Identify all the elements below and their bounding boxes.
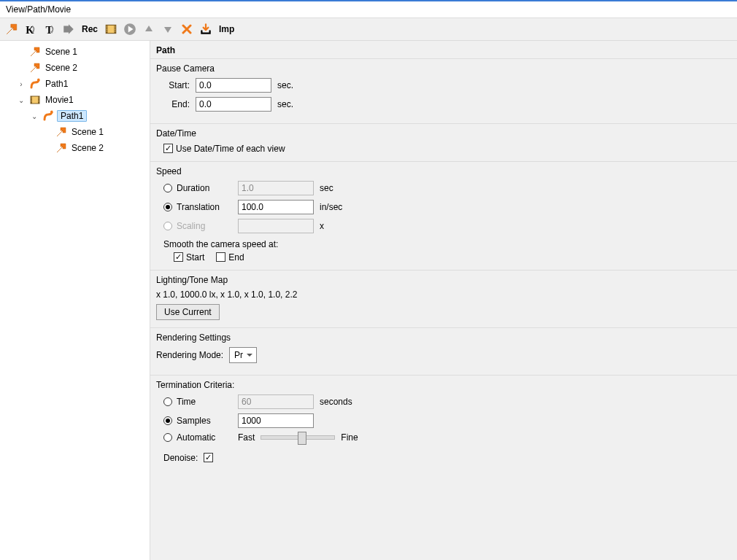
tree-item[interactable]: Scene 1 <box>0 44 150 60</box>
termination-group: Termination Criteria: Time seconds Sampl… <box>150 376 737 475</box>
speed-translation-label: Translation <box>177 202 232 212</box>
arrow-icon <box>55 126 67 138</box>
import-label: Imp <box>219 24 234 34</box>
tree-item[interactable]: Scene 2 <box>0 60 150 76</box>
expander-icon[interactable]: ⌄ <box>16 96 26 104</box>
rendering-settings-title: Rendering Settings <box>156 332 731 343</box>
tree-item-label: Scene 1 <box>70 127 104 137</box>
termination-time-radio[interactable]: Time <box>163 397 232 407</box>
rendering-mode-label: Rendering Mode: <box>156 350 223 360</box>
panel-title: Path <box>150 41 737 59</box>
movie-icon <box>29 94 41 106</box>
pause-start-unit: sec. <box>277 80 293 90</box>
pause-camera-title: Pause Camera <box>156 63 731 74</box>
rendering-mode-value: Pr <box>234 350 243 360</box>
move-up-button[interactable] <box>142 22 156 36</box>
smooth-end-label: End <box>228 252 244 262</box>
speed-translation-radio[interactable]: Translation <box>163 202 232 212</box>
move-down-button[interactable] <box>161 22 175 36</box>
termination-automatic-radio[interactable]: Automatic <box>163 432 232 443</box>
keyframe-button[interactable] <box>23 22 38 36</box>
arrow-icon <box>55 142 67 154</box>
tree-item-label: Scene 2 <box>44 63 77 73</box>
pause-start-input[interactable] <box>196 78 271 93</box>
check-icon: ✓ <box>163 144 173 153</box>
pause-end-input[interactable] <box>196 97 271 112</box>
check-icon: ✓ <box>174 252 183 262</box>
slider-thumb-icon[interactable] <box>298 432 306 445</box>
check-icon <box>216 252 225 262</box>
speed-scaling-label: Scaling <box>177 221 232 231</box>
tree-item-label: Movie1 <box>44 95 74 105</box>
smooth-start-checkbox[interactable]: ✓ Start <box>174 252 204 262</box>
tree-item[interactable]: Scene 2 <box>0 140 150 156</box>
termination-samples-radio[interactable]: Samples <box>163 416 232 426</box>
quality-slider[interactable] <box>261 435 335 440</box>
slider-fine-label: Fine <box>341 432 358 443</box>
radio-icon <box>163 222 172 230</box>
expander-icon[interactable]: › <box>16 80 26 88</box>
add-scene-button[interactable] <box>4 22 19 36</box>
arrow-icon <box>29 62 41 74</box>
tree-item[interactable]: ⌄Movie1 <box>0 92 150 108</box>
denoise-label: Denoise: <box>163 453 198 463</box>
pause-end-unit: sec. <box>277 99 293 109</box>
pause-camera-group: Pause Camera Start: sec. End: sec. <box>150 59 737 124</box>
tree-item[interactable]: ⌄Path1 <box>0 108 150 124</box>
window-title: View/Path/Movie <box>0 1 737 18</box>
delete-button[interactable] <box>180 22 194 36</box>
smooth-title: Smooth the camera speed at: <box>163 239 731 249</box>
speed-scaling-unit: x <box>320 221 324 231</box>
termination-time-input <box>238 394 314 409</box>
rendering-mode-select[interactable]: Pr <box>229 347 257 363</box>
forward-button[interactable] <box>61 22 76 36</box>
toolbar: Rec Imp <box>0 18 737 41</box>
play-button[interactable] <box>123 22 137 36</box>
speed-translation-unit: in/sec <box>320 202 342 212</box>
slider-fast-label: Fast <box>238 432 255 443</box>
datetime-group: Date/Time ✓ Use Date/Time of each view <box>150 124 737 162</box>
expander-icon[interactable]: ⌄ <box>29 112 39 120</box>
use-datetime-each-view-checkbox[interactable]: ✓ Use Date/Time of each view <box>163 144 285 154</box>
radio-icon <box>163 203 172 211</box>
lighting-group: Lighting/Tone Map x 1.0, 1000.0 lx, x 1.… <box>150 271 737 328</box>
radio-icon <box>163 397 172 406</box>
pause-start-label: Start: <box>163 80 190 90</box>
termination-title: Termination Criteria: <box>156 380 731 390</box>
speed-duration-radio[interactable]: Duration <box>163 183 232 193</box>
speed-duration-unit: sec <box>320 183 333 193</box>
tree-item[interactable]: ›Path1 <box>0 76 150 92</box>
termination-time-unit: seconds <box>320 397 352 407</box>
tree-item[interactable]: Scene 1 <box>0 124 150 140</box>
movie-button[interactable] <box>104 22 118 36</box>
import-button[interactable] <box>198 22 213 36</box>
scene-tree[interactable]: Scene 1Scene 2›Path1⌄Movie1⌄Path1Scene 1… <box>0 41 150 560</box>
check-icon: ✓ <box>204 453 213 462</box>
lighting-summary: x 1.0, 1000.0 lx, x 1.0, x 1.0, 1.0, 2.2 <box>156 289 731 300</box>
speed-duration-label: Duration <box>177 183 232 193</box>
path-icon <box>29 78 41 90</box>
speed-duration-input <box>238 181 314 195</box>
speed-scaling-input <box>238 219 314 233</box>
radio-icon <box>163 416 172 425</box>
denoise-checkbox[interactable]: ✓ <box>204 453 213 462</box>
record-button[interactable]: Rec <box>80 22 99 36</box>
termination-samples-input[interactable] <box>238 413 314 428</box>
properties-panel: Path Pause Camera Start: sec. End: sec. … <box>150 41 737 560</box>
use-current-button[interactable]: Use Current <box>156 304 220 320</box>
tree-item-label: Path1 <box>44 79 68 89</box>
arrow-icon <box>29 46 41 58</box>
speed-translation-input[interactable] <box>238 200 314 214</box>
speed-title: Speed <box>156 166 731 176</box>
lighting-title: Lighting/Tone Map <box>156 275 731 285</box>
use-datetime-each-view-label: Use Date/Time of each view <box>176 144 285 154</box>
tree-item-label: Scene 1 <box>44 47 77 57</box>
tree-item-label: Path1 <box>57 110 87 122</box>
smooth-end-checkbox[interactable]: End <box>216 252 244 262</box>
datetime-title: Date/Time <box>156 128 731 139</box>
rendering-settings-group: Rendering Settings Rendering Mode: Pr <box>150 328 737 376</box>
speed-scaling-radio: Scaling <box>163 221 232 231</box>
termination-automatic-label: Automatic <box>177 432 232 443</box>
termination-time-label: Time <box>177 397 232 407</box>
time-button[interactable] <box>42 22 57 36</box>
